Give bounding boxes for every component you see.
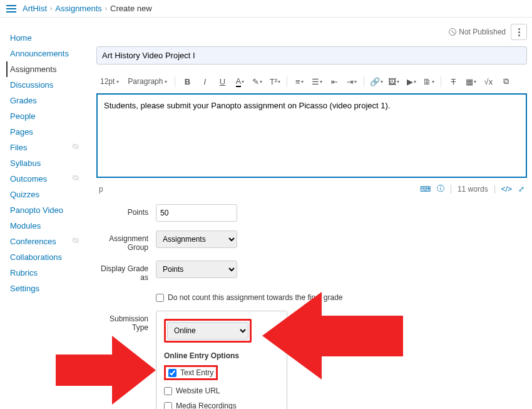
superscript-button[interactable]: T²▾: [268, 75, 282, 88]
sidebar-item-announcements[interactable]: Announcements: [8, 46, 84, 61]
document-button[interactable]: 🗎▾: [422, 75, 436, 88]
image-icon: 🖼: [388, 77, 396, 86]
submission-type-label: Submission Type: [96, 311, 156, 332]
sidebar-item-label: Grades: [10, 96, 37, 105]
text-entry-checkbox[interactable]: [168, 369, 176, 377]
submission-type-select[interactable]: Online: [167, 322, 248, 339]
website-url-checkbox[interactable]: [164, 387, 172, 395]
sidebar-item-assignments[interactable]: Assignments: [6, 61, 84, 77]
sidebar-item-label: Assignments: [10, 65, 56, 74]
clear-format-icon: T: [451, 77, 456, 86]
indent-button[interactable]: ⇥▾: [345, 75, 359, 88]
align-icon: ≡: [295, 77, 300, 86]
assignment-group-select[interactable]: Assignments: [156, 230, 237, 248]
sidebar-item-collaborations[interactable]: Collaborations: [8, 249, 84, 265]
sidebar-item-grades[interactable]: Grades: [8, 93, 84, 108]
underline-icon: U: [220, 77, 225, 86]
points-input[interactable]: [156, 204, 237, 222]
sidebar-item-conferences[interactable]: Conferences: [8, 234, 84, 249]
media-button[interactable]: ▶▾: [404, 75, 418, 88]
outdent-button[interactable]: ⇤: [327, 75, 341, 88]
list-icon: ☰: [312, 77, 319, 86]
sidebar-item-panopto-video[interactable]: Panopto Video: [8, 202, 84, 218]
italic-icon: I: [204, 77, 207, 86]
breadcrumb: ArtHist › Assignments › Create new: [23, 4, 152, 13]
html-view-button[interactable]: </>: [501, 185, 512, 194]
superscript-icon: T²: [270, 77, 277, 86]
embed-icon: ⧉: [503, 76, 509, 86]
media-recordings-label: Media Recordings: [176, 401, 237, 409]
editor-path: p: [99, 185, 103, 194]
sidebar-item-label: Conferences: [10, 237, 56, 246]
align-button[interactable]: ≡▾: [292, 75, 306, 88]
display-grade-select[interactable]: Points: [156, 261, 237, 278]
underline-button[interactable]: U: [215, 75, 229, 88]
document-icon: 🗎: [423, 77, 431, 86]
accessibility-icon[interactable]: ⓘ: [437, 184, 444, 194]
image-button[interactable]: 🖼▾: [387, 75, 401, 88]
breadcrumb-course[interactable]: ArtHist: [23, 4, 47, 13]
sidebar-item-syllabus[interactable]: Syllabus: [8, 155, 84, 171]
chevron-down-icon: ▾: [116, 79, 119, 85]
bold-icon: B: [185, 77, 190, 86]
breadcrumb-section[interactable]: Assignments: [55, 4, 101, 13]
sidebar-item-label: Discussions: [10, 80, 53, 90]
chevron-down-icon: ▾: [414, 79, 416, 85]
chevron-down-icon: ▾: [242, 79, 244, 85]
chevron-down-icon: ▾: [381, 79, 383, 85]
sidebar-item-quizzes[interactable]: Quizzes: [8, 187, 84, 202]
keyboard-icon[interactable]: ⌨: [420, 185, 431, 194]
chevron-right-icon: ›: [50, 5, 52, 12]
table-button[interactable]: ▦▾: [464, 75, 478, 88]
media-icon: ▶: [407, 77, 413, 86]
assignment-group-label: Assignment Group: [96, 230, 156, 252]
website-url-label: Website URL: [176, 386, 220, 395]
equation-icon: √x: [484, 77, 493, 86]
more-options-button[interactable]: [511, 24, 527, 40]
assignment-title-input[interactable]: [96, 46, 527, 65]
assignment-body-editor[interactable]: Students, please submit your Panopto ass…: [96, 93, 527, 178]
annotation-highlight-box: Online: [164, 319, 252, 343]
media-recordings-checkbox[interactable]: [164, 402, 172, 410]
sidebar-item-modules[interactable]: Modules: [8, 218, 84, 234]
sidebar-item-rubrics[interactable]: Rubrics: [8, 265, 84, 281]
highlight-icon: ✎: [252, 77, 259, 86]
bullet-list-button[interactable]: ☰▾: [310, 75, 324, 88]
annotation-highlight-box: Text Entry: [164, 365, 218, 380]
hamburger-menu-icon[interactable]: [6, 5, 16, 13]
sidebar-item-settings[interactable]: Settings: [8, 281, 84, 296]
highlight-button[interactable]: ✎▾: [250, 75, 264, 88]
sidebar-item-outcomes[interactable]: Outcomes: [8, 171, 84, 187]
fullscreen-button[interactable]: ⤢: [518, 185, 524, 194]
text-color-button[interactable]: A▾: [233, 75, 247, 88]
chevron-down-icon: ▾: [432, 79, 434, 85]
equation-button[interactable]: √x: [481, 75, 495, 88]
sidebar-item-home[interactable]: Home: [8, 30, 84, 46]
sidebar-item-files[interactable]: Files: [8, 140, 84, 155]
chevron-down-icon: ▾: [260, 79, 262, 85]
clear-format-button[interactable]: T: [446, 75, 460, 88]
chevron-down-icon: ▾: [320, 79, 322, 85]
kebab-icon: [518, 28, 520, 36]
italic-button[interactable]: I: [198, 75, 212, 88]
text-entry-label: Text Entry: [180, 368, 213, 377]
bold-button[interactable]: B: [180, 75, 194, 88]
text-color-icon: A: [236, 76, 242, 87]
sidebar-item-pages[interactable]: Pages: [8, 124, 84, 140]
chevron-right-icon: ›: [105, 5, 107, 12]
sidebar-item-people[interactable]: People: [8, 108, 84, 124]
publish-status-label: Not Published: [459, 28, 506, 36]
annotation-arrow-icon: [56, 336, 156, 405]
sidebar-item-label: Quizzes: [10, 190, 39, 199]
sidebar-item-label: Rubrics: [10, 268, 38, 277]
link-button[interactable]: 🔗▾: [369, 75, 383, 88]
chevron-down-icon: ▾: [301, 79, 304, 85]
embed-button[interactable]: ⧉: [499, 75, 513, 88]
block-format-select[interactable]: Paragraph▾: [125, 76, 170, 87]
omit-from-final-checkbox[interactable]: [156, 294, 164, 302]
sidebar-item-label: Collaborations: [10, 252, 62, 262]
hidden-eye-icon: [71, 237, 80, 246]
chevron-down-icon: ▾: [354, 79, 357, 85]
font-size-select[interactable]: 12pt▾: [98, 76, 121, 87]
sidebar-item-discussions[interactable]: Discussions: [8, 77, 84, 93]
